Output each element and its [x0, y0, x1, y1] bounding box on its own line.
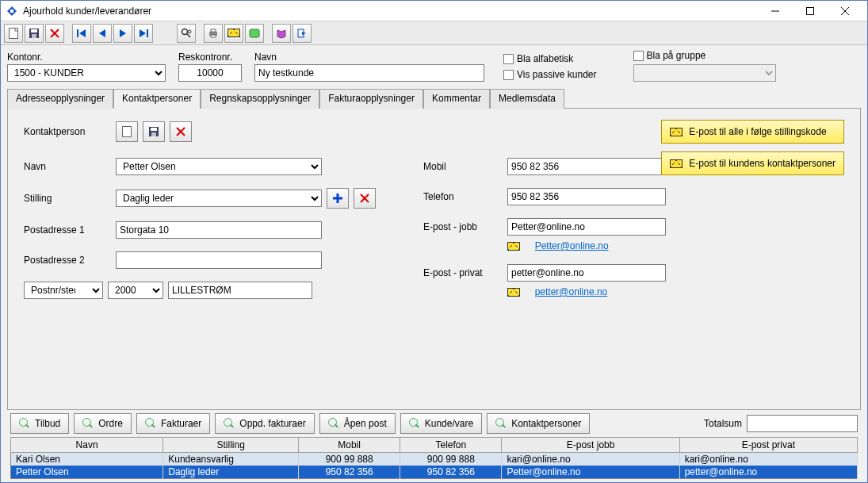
col-navn[interactable]: Navn [11, 438, 163, 453]
email-stillingskode-button[interactable]: E-post til alle i følge stillingskode [661, 120, 844, 144]
col-epost-privat[interactable]: E-post privat [679, 438, 857, 453]
col-telefon[interactable]: Telefon [400, 438, 502, 453]
navn-label: Navn [254, 52, 484, 63]
svg-rect-3 [807, 7, 814, 14]
telefon-input[interactable] [507, 188, 666, 205]
svg-rect-19 [211, 35, 216, 37]
toolbar-search-icon[interactable] [177, 24, 196, 43]
window-title: Ajourhold kunder/leverandører [23, 6, 758, 17]
search-icon [409, 418, 420, 429]
toolbar-green-icon[interactable] [245, 24, 264, 43]
tab-adresse[interactable]: Adresseopplysninger [7, 89, 113, 109]
header-fields: Kontonr. 1500 - KUNDER Reskontronr. Navn… [7, 50, 861, 82]
form-navn-label: Navn [24, 161, 111, 172]
epost-jobb-label: E-post - jobb [423, 221, 503, 232]
svg-rect-24 [151, 128, 157, 131]
tab-regnskap[interactable]: Regnskapsopplysninger [201, 89, 319, 109]
reskontronr-label: Reskontronr. [178, 52, 242, 63]
reskontronr-input[interactable] [178, 64, 242, 82]
table-row[interactable]: Petter Olsen Daglig leder 950 82 356 950… [11, 466, 858, 479]
epost-priv-label: E-post - privat [423, 267, 503, 278]
epost-jobb-input[interactable] [507, 218, 666, 236]
postadr2-label: Postadresse 2 [24, 255, 111, 266]
svg-rect-20 [250, 29, 259, 37]
tab-faktura[interactable]: Fakturaopplysninger [319, 89, 423, 109]
svg-point-14 [182, 29, 188, 34]
form-navn-select[interactable]: Petter Olsen [116, 158, 322, 175]
mail-icon [670, 159, 683, 168]
table-row[interactable]: Kari Olsen Kundeansvarlig 900 99 888 900… [11, 453, 858, 466]
kontonr-select[interactable]: 1500 - KUNDER [7, 64, 166, 82]
svg-rect-6 [10, 28, 18, 38]
toolbar-print-icon[interactable] [204, 24, 223, 43]
maximize-button[interactable] [793, 1, 828, 21]
apen-post-button[interactable]: Åpen post [319, 413, 396, 434]
col-stilling[interactable]: Stilling [163, 438, 299, 453]
tab-medlem[interactable]: Medlemsdata [490, 89, 564, 109]
svg-rect-8 [31, 29, 37, 33]
postadr1-label: Postadresse 1 [24, 224, 111, 236]
stilling-add-button[interactable] [327, 188, 349, 209]
contact-delete-button[interactable] [170, 121, 192, 142]
search-icon [495, 418, 507, 429]
col-epost-jobb[interactable]: E-post jobb [502, 438, 679, 453]
vis-passive-checkbox[interactable]: Vis passive kunder [503, 69, 597, 80]
postadr2-input[interactable] [116, 251, 322, 269]
minimize-button[interactable] [758, 1, 793, 21]
telefon-label: Telefon [423, 191, 503, 202]
bla-gruppe-checkbox[interactable]: Bla på gruppe [633, 50, 776, 61]
toolbar-delete-icon[interactable] [45, 24, 64, 43]
kontaktperson-label: Kontaktperson [24, 126, 111, 137]
mail-icon [670, 128, 683, 136]
epost-priv-link[interactable]: petter@online.no [535, 286, 608, 297]
epost-priv-input[interactable] [507, 264, 666, 282]
email-kontaktpersoner-button[interactable]: E-post til kundens kontaktpersoner [661, 151, 844, 175]
toolbar-new-icon[interactable] [4, 24, 23, 43]
tab-kommentar[interactable]: Kommentar [423, 89, 490, 109]
svg-rect-22 [123, 127, 132, 137]
stilling-delete-button[interactable] [354, 188, 376, 209]
mobil-input[interactable] [507, 158, 666, 175]
toolbar-save-icon[interactable] [25, 24, 44, 43]
toolbar-next-icon[interactable] [113, 24, 132, 43]
totalsum-label: Totalsum [704, 418, 742, 429]
kundevare-button[interactable]: Kunde/vare [400, 413, 482, 434]
svg-rect-9 [32, 34, 36, 38]
search-icon [224, 418, 235, 429]
toolbar-exit-icon[interactable] [293, 24, 312, 43]
mail-icon [507, 242, 520, 251]
totalsum-input[interactable] [747, 415, 858, 432]
toolbar-prev-icon[interactable] [93, 24, 112, 43]
contact-new-button[interactable] [116, 121, 138, 142]
form-stilling-select[interactable]: Daglig leder [116, 190, 322, 207]
search-icon [328, 418, 339, 429]
close-button[interactable] [828, 1, 862, 21]
svg-rect-25 [151, 132, 156, 136]
search-icon [19, 418, 30, 429]
toolbar-book-icon[interactable] [272, 24, 291, 43]
mobil-label: Mobil [423, 161, 503, 172]
ordre-button[interactable]: Ordre [74, 413, 132, 434]
poststed-input[interactable] [168, 282, 312, 299]
tilbud-button[interactable]: Tilbud [10, 413, 69, 434]
tab-kontaktpersoner[interactable]: Kontaktpersoner [113, 89, 201, 109]
col-mobil[interactable]: Mobil [299, 438, 400, 453]
toolbar-first-icon[interactable] [72, 24, 91, 43]
contacts-grid[interactable]: Navn Stilling Mobil Telefon E-post jobb … [10, 437, 858, 479]
fakturaer-button[interactable]: Fakturaer [136, 413, 210, 434]
search-icon [145, 418, 156, 429]
bla-alfabetisk-checkbox[interactable]: Bla alfabetisk [503, 53, 597, 64]
postnr-select[interactable]: 2000 [108, 282, 163, 299]
toolbar-mail-icon[interactable] [224, 24, 243, 43]
mail-icon [507, 288, 520, 297]
oppd-fakturaer-button[interactable]: Oppd. fakturaer [215, 413, 314, 434]
contact-save-button[interactable] [143, 121, 165, 142]
bottom-section: Tilbud Ordre Fakturaer Oppd. fakturaer Å… [7, 410, 861, 479]
postnr-label-select[interactable]: Postnr/sted [24, 282, 103, 299]
postadr1-input[interactable] [116, 221, 322, 239]
gruppe-select[interactable] [633, 64, 776, 82]
navn-input[interactable] [254, 64, 484, 82]
kontaktpersoner-button[interactable]: Kontaktpersoner [487, 413, 590, 434]
toolbar-last-icon[interactable] [134, 24, 153, 43]
epost-jobb-link[interactable]: Petter@online.no [535, 240, 609, 251]
